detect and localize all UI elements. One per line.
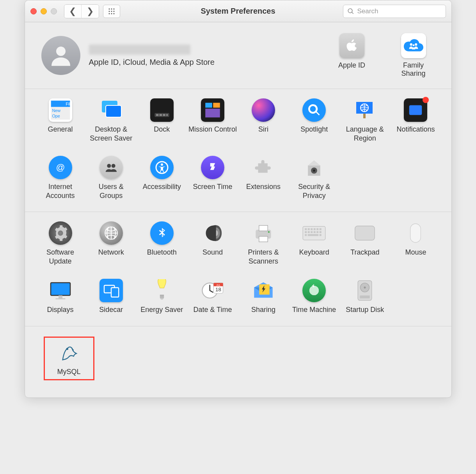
trackpad-pane[interactable]: Trackpad bbox=[340, 221, 389, 266]
svg-point-80 bbox=[364, 287, 366, 289]
notifications-icon bbox=[404, 98, 427, 122]
family-sharing-pane[interactable]: Family Sharing bbox=[392, 33, 435, 78]
desktop-pane[interactable]: Desktop & Screen Saver bbox=[87, 98, 136, 143]
minimize-window-button[interactable] bbox=[41, 8, 47, 14]
energy-saver-pane[interactable]: Energy Saver bbox=[137, 279, 186, 314]
time-machine-pane[interactable]: Time Machine bbox=[290, 279, 339, 314]
svg-text:Ope: Ope bbox=[52, 114, 60, 118]
sharing-pane[interactable]: Sharing bbox=[239, 279, 288, 314]
mouse-pane[interactable]: Mouse bbox=[391, 221, 440, 266]
spotlight-pane[interactable]: Spotlight bbox=[290, 98, 339, 143]
svg-rect-30 bbox=[363, 114, 366, 118]
startup-disk-pane[interactable]: Startup Disk bbox=[340, 279, 389, 314]
sound-pane[interactable]: Sound bbox=[188, 221, 237, 266]
section-thirdparty: MySQL bbox=[25, 326, 451, 398]
notifications-label: Notifications bbox=[391, 125, 440, 134]
extensions-pane[interactable]: Extensions bbox=[239, 156, 288, 200]
window-controls bbox=[30, 8, 57, 14]
language-pane[interactable]: Language & Region bbox=[340, 98, 389, 143]
time-machine-label: Time Machine bbox=[290, 305, 339, 314]
svg-rect-63 bbox=[355, 226, 375, 240]
startup-disk-label: Startup Disk bbox=[340, 305, 389, 314]
dock-pane[interactable]: Dock bbox=[137, 98, 186, 143]
search-field[interactable] bbox=[343, 5, 446, 18]
users-groups-pane[interactable]: Users & Groups bbox=[87, 156, 136, 200]
security-pane[interactable]: Security & Privacy bbox=[290, 156, 339, 200]
sound-icon bbox=[201, 221, 224, 245]
svg-rect-81 bbox=[360, 296, 370, 299]
svg-rect-51 bbox=[314, 228, 316, 230]
nav-buttons: ❮ ❯ bbox=[64, 4, 99, 18]
sidecar-label: Sidecar bbox=[87, 305, 136, 314]
software-update-label: Software Update bbox=[36, 248, 85, 266]
apple-id-pane[interactable]: Apple ID bbox=[330, 33, 373, 78]
mission-control-pane[interactable]: Mission Control bbox=[188, 98, 237, 143]
network-pane[interactable]: Network bbox=[87, 221, 136, 266]
language-label: Language & Region bbox=[340, 125, 389, 143]
language-icon bbox=[353, 98, 377, 122]
screen-time-pane[interactable]: Screen Time bbox=[188, 156, 237, 200]
show-all-button[interactable] bbox=[103, 5, 120, 18]
svg-rect-70 bbox=[111, 288, 119, 297]
titlebar: ❮ ❯ System Preferences bbox=[25, 0, 451, 22]
keyboard-pane[interactable]: Keyboard bbox=[290, 221, 339, 266]
date-time-pane[interactable]: JUL18 Date & Time bbox=[188, 279, 237, 314]
user-info: Apple ID, iCloud, Media & App Store bbox=[89, 45, 215, 67]
svg-point-0 bbox=[108, 8, 110, 9]
internet-accounts-pane[interactable]: @ Internet Accounts bbox=[36, 156, 85, 200]
svg-point-11 bbox=[415, 43, 417, 46]
software-update-pane[interactable]: Software Update bbox=[36, 221, 85, 266]
sidecar-pane[interactable]: Sidecar bbox=[87, 279, 136, 314]
printers-pane[interactable]: Printers & Scanners bbox=[239, 221, 288, 266]
security-icon bbox=[302, 156, 326, 179]
screen-time-label: Screen Time bbox=[188, 182, 237, 191]
svg-rect-61 bbox=[308, 234, 319, 236]
notifications-pane[interactable]: Notifications bbox=[391, 98, 440, 143]
back-button[interactable]: ❮ bbox=[64, 5, 82, 18]
siri-pane[interactable]: Siri bbox=[239, 98, 288, 143]
sharing-icon bbox=[252, 279, 275, 302]
svg-rect-27 bbox=[205, 109, 220, 118]
startup-disk-icon bbox=[353, 279, 377, 302]
svg-text:18: 18 bbox=[215, 287, 221, 292]
svg-rect-55 bbox=[308, 231, 310, 233]
forward-button[interactable]: ❯ bbox=[82, 5, 99, 18]
internet-accounts-label: Internet Accounts bbox=[36, 182, 85, 200]
displays-pane[interactable]: Displays bbox=[36, 279, 85, 314]
svg-point-9 bbox=[56, 46, 66, 56]
svg-rect-48 bbox=[305, 228, 307, 230]
section-hardware: Software Update Network Bluetooth Sound … bbox=[25, 212, 451, 326]
printers-icon bbox=[252, 221, 275, 245]
svg-point-36 bbox=[161, 164, 163, 166]
user-name-blurred bbox=[89, 45, 190, 55]
svg-point-38 bbox=[313, 169, 315, 171]
printers-label: Printers & Scanners bbox=[239, 248, 288, 266]
bluetooth-pane[interactable]: Bluetooth bbox=[137, 221, 186, 266]
zoom-window-button[interactable] bbox=[51, 8, 57, 14]
search-icon bbox=[347, 8, 354, 15]
svg-point-33 bbox=[107, 164, 111, 168]
close-window-button[interactable] bbox=[30, 8, 37, 14]
user-avatar[interactable] bbox=[41, 36, 80, 75]
trackpad-icon bbox=[353, 221, 377, 245]
mission-control-icon bbox=[201, 98, 224, 122]
internet-accounts-icon: @ bbox=[49, 156, 72, 179]
svg-rect-31 bbox=[409, 105, 422, 115]
time-machine-icon bbox=[302, 279, 326, 302]
svg-point-3 bbox=[108, 11, 110, 12]
svg-point-82 bbox=[66, 348, 67, 349]
mysql-pane[interactable]: MySQL bbox=[46, 341, 92, 376]
general-label: General bbox=[36, 125, 85, 134]
svg-rect-56 bbox=[311, 231, 313, 233]
siri-label: Siri bbox=[239, 125, 288, 134]
search-input[interactable] bbox=[357, 7, 442, 15]
svg-rect-26 bbox=[213, 103, 220, 108]
svg-rect-25 bbox=[205, 103, 212, 108]
general-icon: FileNewOpe bbox=[49, 98, 72, 122]
svg-point-7 bbox=[111, 13, 112, 14]
svg-rect-50 bbox=[311, 228, 313, 230]
general-pane[interactable]: FileNewOpe General bbox=[36, 98, 85, 143]
accessibility-pane[interactable]: Accessibility bbox=[137, 156, 186, 200]
svg-rect-45 bbox=[259, 236, 268, 242]
svg-rect-49 bbox=[308, 228, 310, 230]
